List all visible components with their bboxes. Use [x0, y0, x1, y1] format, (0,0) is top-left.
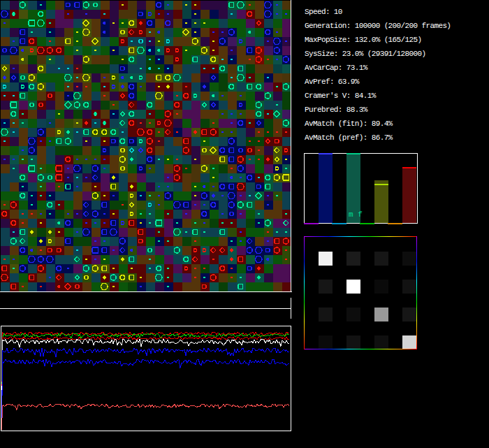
- svg-text:m f: m f: [349, 210, 363, 219]
